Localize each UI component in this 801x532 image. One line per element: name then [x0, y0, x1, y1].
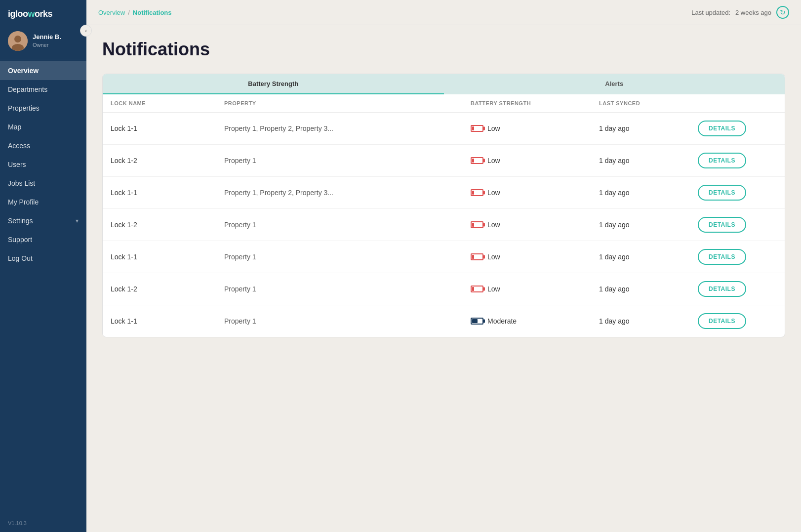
table-row: Lock 1-2 Property 1 Low 1 day ago DETAIL… — [103, 209, 785, 241]
cell-property: Property 1 — [224, 253, 471, 261]
cell-property: Property 1 — [224, 221, 471, 229]
user-info: Jennie B. Owner — [33, 33, 61, 48]
avatar — [8, 31, 28, 51]
details-button[interactable]: DETAILS — [698, 153, 746, 168]
svg-point-1 — [14, 36, 21, 42]
battery-icon-low — [471, 253, 483, 260]
cell-actions: DETAILS — [698, 217, 777, 233]
details-button[interactable]: DETAILS — [698, 121, 746, 136]
battery-icon-low — [471, 157, 483, 164]
chevron-down-icon: ▾ — [76, 217, 79, 224]
sidebar-item-jobs-list[interactable]: Jobs List — [0, 174, 86, 193]
cell-last-synced: 1 day ago — [599, 221, 698, 229]
table-row: Lock 1-1 Property 1 Low 1 day ago DETAIL… — [103, 241, 785, 273]
cell-property: Property 1 — [224, 317, 471, 325]
table-row: Lock 1-1 Property 1, Property 2, Propert… — [103, 177, 785, 209]
details-button[interactable]: DETAILS — [698, 217, 746, 233]
battery-icon-low — [471, 189, 483, 196]
cell-property: Property 1, Property 2, Property 3... — [224, 189, 471, 197]
cell-battery: Low — [471, 285, 599, 293]
cell-actions: DETAILS — [698, 153, 777, 168]
battery-label: Low — [487, 189, 500, 197]
cell-last-synced: 1 day ago — [599, 124, 698, 132]
col-header-actions — [698, 100, 777, 106]
cell-battery: Low — [471, 221, 599, 229]
cell-actions: DETAILS — [698, 185, 777, 201]
cell-battery: Low — [471, 124, 599, 132]
details-button[interactable]: DETAILS — [698, 249, 746, 265]
sidebar-item-log-out[interactable]: Log Out — [0, 249, 86, 268]
sidebar-item-users[interactable]: Users — [0, 155, 86, 174]
col-header-battery: BATTERY STRENGTH — [471, 100, 599, 106]
cell-battery: Moderate — [471, 317, 599, 325]
cell-property: Property 1, Property 2, Property 3... — [224, 124, 471, 132]
cell-lock-name: Lock 1-2 — [111, 221, 224, 229]
details-button[interactable]: DETAILS — [698, 185, 746, 201]
cell-actions: DETAILS — [698, 313, 777, 329]
cell-last-synced: 1 day ago — [599, 285, 698, 293]
battery-icon-moderate — [471, 318, 483, 325]
tab-battery-strength[interactable]: Battery Strength — [103, 74, 444, 94]
sidebar-toggle-button[interactable]: ‹ — [80, 25, 92, 37]
cell-battery: Low — [471, 253, 599, 261]
breadcrumb-current: Notifications — [133, 9, 172, 16]
sidebar-item-overview[interactable]: Overview — [0, 61, 86, 80]
version-label: V1.10.3 — [0, 514, 86, 532]
col-header-property: PROPERTY — [224, 100, 471, 106]
table-row: Lock 1-2 Property 1 Low 1 day ago DETAIL… — [103, 273, 785, 305]
cell-last-synced: 1 day ago — [599, 317, 698, 325]
topbar-right: Last updated: 2 weeks ago ↻ — [691, 6, 789, 19]
cell-property: Property 1 — [224, 285, 471, 293]
sidebar-item-my-profile[interactable]: My Profile — [0, 193, 86, 211]
page-content: Notifications Battery Strength Alerts LO… — [86, 25, 801, 532]
cell-last-synced: 1 day ago — [599, 157, 698, 164]
last-updated-value: 2 weeks ago — [735, 9, 771, 16]
battery-icon-low — [471, 286, 483, 292]
details-button[interactable]: DETAILS — [698, 313, 746, 329]
table-row: Lock 1-1 Property 1 Moderate 1 day ago D… — [103, 305, 785, 337]
table-body: Lock 1-1 Property 1, Property 2, Propert… — [103, 113, 785, 337]
cell-battery: Low — [471, 189, 599, 197]
tab-header: Battery Strength Alerts — [103, 74, 785, 94]
notifications-table: Battery Strength Alerts LOCK NAME PROPER… — [102, 74, 785, 337]
col-header-lock-name: LOCK NAME — [111, 100, 224, 106]
table-row: Lock 1-1 Property 1, Property 2, Propert… — [103, 113, 785, 145]
sidebar-item-support[interactable]: Support — [0, 230, 86, 249]
user-profile-section: Jennie B. Owner — [0, 26, 86, 59]
table-row: Lock 1-2 Property 1 Low 1 day ago DETAIL… — [103, 145, 785, 177]
cell-lock-name: Lock 1-1 — [111, 253, 224, 261]
breadcrumb: Overview / Notifications — [98, 9, 172, 16]
breadcrumb-overview[interactable]: Overview — [98, 9, 125, 16]
battery-label: Low — [487, 124, 500, 132]
breadcrumb-separator: / — [128, 9, 130, 16]
sidebar-item-settings[interactable]: Settings ▾ — [0, 211, 86, 230]
refresh-button[interactable]: ↻ — [776, 6, 789, 19]
battery-label: Low — [487, 221, 500, 229]
cell-lock-name: Lock 1-2 — [111, 285, 224, 293]
cell-lock-name: Lock 1-1 — [111, 124, 224, 132]
sidebar-item-properties[interactable]: Properties — [0, 99, 86, 118]
battery-label: Moderate — [487, 317, 517, 325]
cell-last-synced: 1 day ago — [599, 189, 698, 197]
tab-alerts[interactable]: Alerts — [444, 74, 785, 94]
main-content: Overview / Notifications Last updated: 2… — [86, 0, 801, 532]
details-button[interactable]: DETAILS — [698, 281, 746, 297]
table-header-row: LOCK NAME PROPERTY BATTERY STRENGTH LAST… — [103, 94, 785, 113]
app-logo: iglooworks — [0, 0, 86, 26]
cell-last-synced: 1 day ago — [599, 253, 698, 261]
nav-list: Overview Departments Properties Map Acce… — [0, 59, 86, 514]
cell-battery: Low — [471, 157, 599, 164]
cell-actions: DETAILS — [698, 121, 777, 136]
cell-lock-name: Lock 1-2 — [111, 157, 224, 164]
col-header-last-synced: LAST SYNCED — [599, 100, 698, 106]
page-title: Notifications — [102, 39, 785, 60]
topbar: Overview / Notifications Last updated: 2… — [86, 0, 801, 25]
cell-actions: DETAILS — [698, 281, 777, 297]
battery-icon-low — [471, 221, 483, 228]
cell-lock-name: Lock 1-1 — [111, 317, 224, 325]
sidebar-item-access[interactable]: Access — [0, 136, 86, 155]
sidebar-item-map[interactable]: Map — [0, 118, 86, 136]
battery-label: Low — [487, 285, 500, 293]
sidebar-item-departments[interactable]: Departments — [0, 80, 86, 99]
battery-label: Low — [487, 253, 500, 261]
